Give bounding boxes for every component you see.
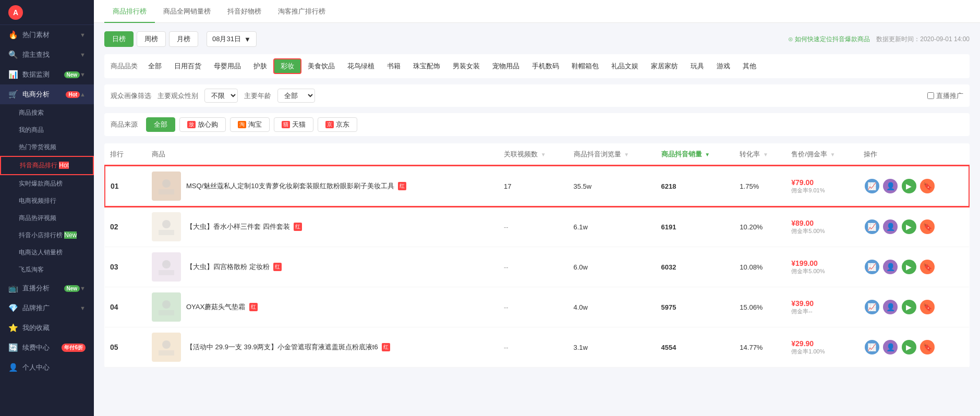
cat-books[interactable]: 书籍 (381, 59, 407, 73)
sidebar-item-product-search[interactable]: 商品搜索 (0, 104, 94, 121)
source-taobao[interactable]: 淘 淘宝 (230, 117, 270, 132)
age-select[interactable]: 全部 18-24 25-30 31-40 40+ (277, 89, 315, 103)
tab-taobao-promo[interactable]: 淘客推广排行榜 (270, 0, 334, 23)
views-cell: -- (499, 327, 568, 368)
collect-button[interactable]: 🔖 (920, 260, 935, 274)
tab-all-sales-rank[interactable]: 商品全网销量榜 (155, 0, 219, 23)
date-picker[interactable]: 08月31日 ▼ (207, 31, 257, 47)
table-row: 03 【大虫】四宫格散粉 定妆粉 红 --6.0w603210.08% ¥199… (105, 247, 969, 287)
sidebar-item-ecommerce-analysis[interactable]: 🛒 电商分析 Hot ▲ (0, 84, 94, 104)
source-all[interactable]: 全部 (146, 117, 175, 132)
monthly-button[interactable]: 月榜 (169, 31, 198, 47)
collect-button[interactable]: 🔖 (920, 300, 935, 314)
trend-button[interactable]: 📈 (865, 260, 879, 274)
browse-value: 3.1w (574, 344, 588, 351)
gender-select[interactable]: 不限 男 女 (204, 89, 238, 103)
live-promo-check[interactable]: 直播推广 (927, 91, 963, 101)
update-time: 数据更新时间：2020-09-01 14:00 (876, 35, 970, 44)
sidebar-item-hot-material[interactable]: 🔥 热门素材 ▼ (0, 25, 94, 45)
sidebar-item-my-collection[interactable]: ⭐ 我的收藏 (0, 318, 94, 338)
cat-gifts[interactable]: 礼品文娱 (605, 59, 645, 73)
cat-all[interactable]: 全部 (142, 59, 168, 73)
age-label: 主要年龄 (244, 91, 271, 101)
cat-toys[interactable]: 玩具 (684, 59, 710, 73)
actions-cell: 📈 👤 ▶ 🔖 (858, 247, 969, 287)
product-image (152, 172, 181, 201)
sidebar-item-brand-promo[interactable]: 💎 品牌推广 ▼ (0, 298, 94, 318)
cat-food[interactable]: 美食饮品 (301, 59, 341, 73)
cat-mens[interactable]: 男装女装 (446, 59, 486, 73)
product-cell: OYAX蘑菇头气垫霜 红 (147, 287, 499, 327)
cat-other[interactable]: 其他 (736, 59, 763, 73)
sales-value: 6218 (661, 182, 676, 190)
cat-digital[interactable]: 手机数码 (526, 59, 565, 73)
anchor-button[interactable]: 👤 (883, 260, 898, 274)
price-value: ¥79.00 (791, 178, 853, 187)
video-button[interactable]: ▶ (902, 219, 916, 234)
logo-icon: A (8, 5, 23, 20)
sidebar-item-feigua-taobao[interactable]: 飞瓜淘客 (0, 261, 94, 278)
cat-bags[interactable]: 鞋帽箱包 (565, 59, 605, 73)
sidebar-item-product-hot-video[interactable]: 商品热评视频 (0, 210, 94, 227)
trend-button[interactable]: 📈 (865, 300, 879, 314)
col-price[interactable]: 售价/佣金率 ▼ (786, 143, 858, 166)
cat-skincare[interactable]: 护肤 (247, 59, 273, 73)
chevron-right-icon: ▼ (80, 52, 86, 58)
sort-icon: ▼ (830, 152, 836, 157)
sidebar-item-personal[interactable]: 👤 个人中心 (0, 358, 94, 377)
sidebar-item-renewal[interactable]: 🔄 续费中心 年付6折 (0, 338, 94, 358)
collect-button[interactable]: 🔖 (920, 179, 935, 193)
source-fangxingou[interactable]: 放 放心购 (179, 117, 226, 132)
audience-filter-row: 观众画像筛选 主要观众性别 不限 男 女 主要年龄 全部 18-24 25-30… (104, 84, 970, 107)
sidebar-item-tiktok-shop-rank[interactable]: 抖音小店排行榜 New (0, 227, 94, 244)
cat-jewelry[interactable]: 珠宝配饰 (407, 59, 446, 73)
trend-button[interactable]: 📈 (865, 179, 879, 193)
sidebar-item-my-products[interactable]: 我的商品 (0, 121, 94, 139)
sidebar-item-realtime-rank[interactable]: 实时爆款商品榜 (0, 175, 94, 192)
col-sales[interactable]: 商品抖音销量 ▼ (656, 143, 735, 166)
conversion-cell: 15.06% (734, 287, 786, 327)
anchor-button[interactable]: 👤 (883, 219, 898, 234)
sidebar-item-talent-sales[interactable]: 电商达人销量榜 (0, 244, 94, 261)
cat-baby[interactable]: 母婴用品 (208, 59, 247, 73)
col-conversion[interactable]: 转化率 ▼ (734, 143, 786, 166)
sidebar-item-anchor-search[interactable]: 🔍 擂主查找 ▼ (0, 45, 94, 65)
col-browse[interactable]: 商品抖音浏览量 ▼ (568, 143, 656, 166)
sidebar-item-hot-video[interactable]: 热门带货视频 (0, 139, 94, 156)
collect-button[interactable]: 🔖 (920, 219, 935, 234)
product-image (152, 252, 181, 282)
cat-daily-goods[interactable]: 日用百货 (168, 59, 208, 73)
tab-product-rank[interactable]: 商品排行榜 (104, 0, 155, 23)
video-button[interactable]: ▶ (902, 340, 916, 354)
source-jd[interactable]: 京 京东 (318, 117, 357, 132)
price-value: ¥39.90 (791, 299, 853, 308)
cat-home[interactable]: 家居家纺 (645, 59, 684, 73)
svg-point-13 (162, 340, 171, 349)
video-button[interactable]: ▶ (902, 300, 916, 314)
anchor-button[interactable]: 👤 (883, 340, 898, 354)
trend-button[interactable]: 📈 (865, 219, 879, 234)
cat-games[interactable]: 游戏 (710, 59, 736, 73)
trend-button[interactable]: 📈 (865, 340, 879, 354)
daily-button[interactable]: 日榜 (104, 31, 134, 47)
anchor-button[interactable]: 👤 (883, 300, 898, 314)
video-button[interactable]: ▶ (902, 260, 916, 274)
weekly-button[interactable]: 周榜 (137, 31, 166, 47)
live-promo-checkbox[interactable] (927, 92, 934, 99)
tab-tiktok-good[interactable]: 抖音好物榜 (219, 0, 270, 23)
anchor-button[interactable]: 👤 (883, 179, 898, 193)
video-button[interactable]: ▶ (902, 179, 916, 193)
live-promo-label: 直播推广 (936, 91, 963, 101)
cat-pets[interactable]: 宠物用品 (486, 59, 526, 73)
info-link[interactable]: ⊙ 如何快速定位抖音爆款商品 (788, 35, 870, 44)
cat-makeup[interactable]: 彩妆 (273, 58, 301, 74)
source-tmall[interactable]: 猫 天猫 (274, 117, 313, 132)
sidebar-item-video-rank[interactable]: 电商视频排行 (0, 192, 94, 210)
sidebar-item-tiktok-rank[interactable]: 抖音商品排行 Hot (0, 156, 94, 175)
sidebar-item-live-analysis[interactable]: 📺 直播分析 New ▼ (0, 278, 94, 298)
rank-number: 02 (110, 223, 118, 231)
collect-button[interactable]: 🔖 (920, 340, 935, 354)
sidebar-item-data-monitor[interactable]: 📊 数据监测 New ▼ (0, 65, 94, 84)
col-views[interactable]: 关联视频数 ▼ (499, 143, 568, 166)
cat-plants[interactable]: 花鸟绿植 (341, 59, 381, 73)
